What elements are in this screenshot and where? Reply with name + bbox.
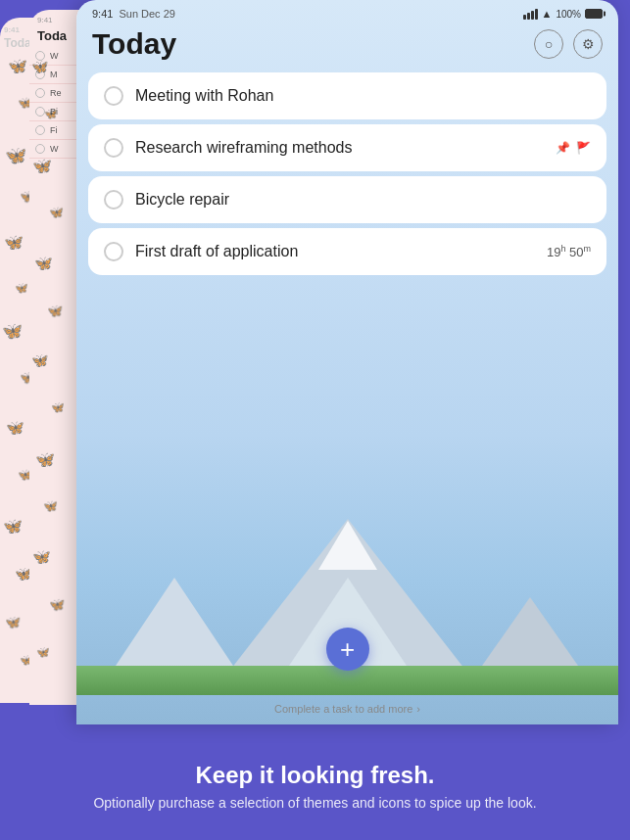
promo-subtext: Optionally purchase a selection of theme… — [0, 795, 630, 811]
pin-icon: 📌 — [556, 141, 570, 155]
status-date: Sun Dec 29 — [119, 8, 174, 20]
task-4-minutes: 50 — [569, 245, 583, 259]
promo-heading: Keep it looking fresh. — [0, 762, 630, 789]
circle-check-icon: ○ — [545, 36, 553, 52]
task-item-1: Meeting with Rohan — [88, 72, 606, 119]
arrow-icon: › — [416, 703, 420, 715]
task-label-2: Research wireframing methods — [135, 139, 556, 157]
task-item-2: Research wireframing methods 📌 🚩 — [88, 124, 606, 171]
header-icons: ○ ⚙ — [534, 29, 603, 59]
gear-icon: ⚙ — [582, 36, 595, 52]
task-checkbox-4[interactable] — [104, 242, 123, 261]
complete-hint: Complete a task to add more › — [274, 703, 420, 715]
complete-hint-text: Complete a task to add more — [274, 703, 412, 715]
task-label-1: Meeting with Rohan — [135, 87, 591, 105]
battery-percent: 100% — [556, 9, 581, 20]
add-icon: + — [340, 634, 355, 665]
flag-icon: 🚩 — [576, 141, 591, 155]
task-checkbox-1[interactable] — [104, 86, 123, 106]
add-task-button[interactable]: + — [326, 628, 369, 671]
snow-cap — [318, 521, 377, 570]
status-time: 9:41 — [92, 8, 113, 20]
battery-icon — [585, 9, 603, 19]
task-item-4: First draft of application 19h 50m — [88, 228, 606, 275]
promo-area: Keep it looking fresh. Optionally purcha… — [0, 762, 630, 811]
wifi-icon: ▲ — [542, 8, 553, 20]
signal-bars — [523, 9, 538, 20]
page-title: Today — [92, 27, 176, 61]
settings-button[interactable]: ⚙ — [573, 29, 603, 59]
task-item-3: Bicycle repair — [88, 176, 606, 223]
task-2-meta: 📌 🚩 — [556, 141, 591, 155]
task-4-duration: 19h 50m — [547, 244, 591, 259]
task-4-hours: 19 — [547, 245, 560, 259]
main-header: Today ○ ⚙ — [76, 23, 618, 72]
task-label-3: Bicycle repair — [135, 191, 591, 209]
circle-check-button[interactable]: ○ — [534, 29, 563, 59]
task-checkbox-3[interactable] — [104, 190, 123, 210]
task-label-4: First draft of application — [135, 243, 547, 260]
task-checkbox-2[interactable] — [104, 138, 123, 158]
card-main: 9:41 Sun Dec 29 ▲ 100% Today ○ ⚙ — [76, 0, 618, 724]
task-list: Meeting with Rohan Research wireframing … — [76, 72, 618, 277]
main-status-bar: 9:41 Sun Dec 29 ▲ 100% — [76, 0, 618, 23]
